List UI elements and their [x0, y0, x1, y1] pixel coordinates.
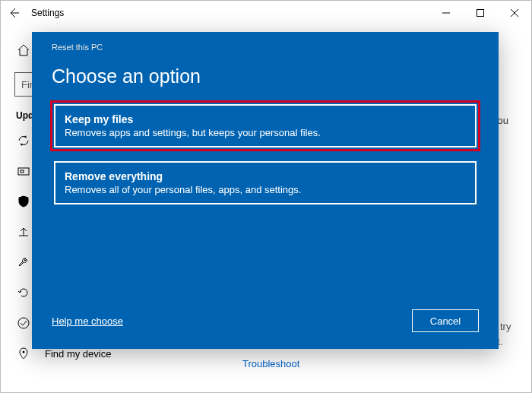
recovery-icon: [16, 285, 31, 300]
svg-rect-1: [477, 10, 483, 17]
window-title: Settings: [31, 8, 64, 18]
check-icon: [16, 315, 31, 331]
maximize-button[interactable]: [463, 2, 497, 24]
option-keep-my-files[interactable]: Keep my files Removes apps and settings,…: [54, 104, 477, 147]
dialog-title: Choose an option: [52, 65, 479, 87]
svg-rect-7: [21, 170, 24, 173]
home-icon: [16, 43, 31, 58]
minimize-button[interactable]: [429, 2, 463, 24]
cancel-button[interactable]: Cancel: [412, 309, 479, 332]
dialog-subtitle: Reset this PC: [52, 43, 479, 52]
location-icon: [16, 346, 31, 361]
settings-window: Settings Home Find a setting: [0, 0, 532, 393]
window-controls: [429, 2, 531, 24]
svg-point-8: [18, 318, 29, 328]
option-remove-everything[interactable]: Remove everything Removes all of your pe…: [54, 161, 477, 204]
help-me-choose-link[interactable]: Help me choose: [52, 315, 123, 327]
wrench-icon: [16, 255, 31, 270]
truncated-text: ou: [498, 115, 508, 126]
troubleshoot-link[interactable]: Troubleshoot: [242, 358, 299, 369]
back-button[interactable]: [7, 6, 21, 20]
delivery-icon: [16, 163, 31, 179]
backup-icon: [16, 224, 31, 239]
titlebar-left: Settings: [7, 6, 64, 20]
close-button[interactable]: [497, 2, 531, 24]
option-desc: Removes apps and settings, but keeps you…: [65, 127, 466, 138]
option-desc: Removes all of your personal files, apps…: [65, 184, 466, 195]
titlebar: Settings: [1, 1, 531, 25]
cancel-button-label: Cancel: [430, 315, 461, 327]
dialog-footer: Help me choose Cancel: [52, 309, 479, 335]
option-title: Keep my files: [65, 113, 466, 125]
sync-icon: [16, 133, 31, 148]
shield-icon: [16, 194, 31, 209]
reset-pc-dialog: Reset this PC Choose an option Keep my f…: [32, 32, 499, 349]
sidebar-item-label: Find my device: [45, 348, 111, 360]
svg-point-9: [23, 351, 25, 353]
option-title: Remove everything: [65, 170, 466, 182]
